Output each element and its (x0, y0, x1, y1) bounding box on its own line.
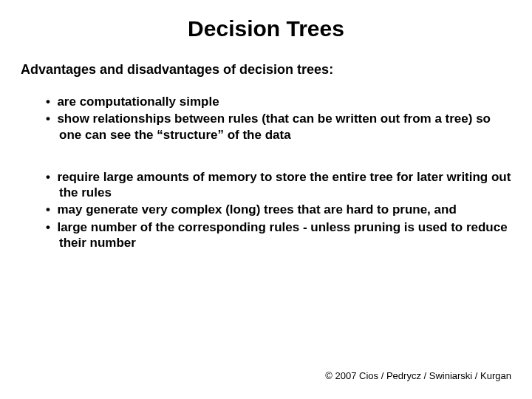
list-item: large number of the corresponding rules … (34, 219, 511, 251)
list-item: are computationally simple (34, 94, 511, 109)
slide-subhead: Advantages and disadvantages of decision… (21, 62, 511, 78)
list-item: require large amounts of memory to store… (34, 169, 511, 201)
disadvantages-list: require large amounts of memory to store… (21, 169, 511, 250)
footer-copyright: © 2007 Cios / Pedrycz / Swiniarski / Kur… (325, 370, 511, 381)
slide: Decision Trees Advantages and disadvanta… (0, 0, 532, 399)
list-item: may generate very complex (long) trees t… (34, 202, 511, 217)
slide-title: Decision Trees (21, 16, 511, 41)
list-item: show relationships between rules (that c… (34, 111, 511, 143)
advantages-list: are computationally simple show relation… (21, 94, 511, 143)
